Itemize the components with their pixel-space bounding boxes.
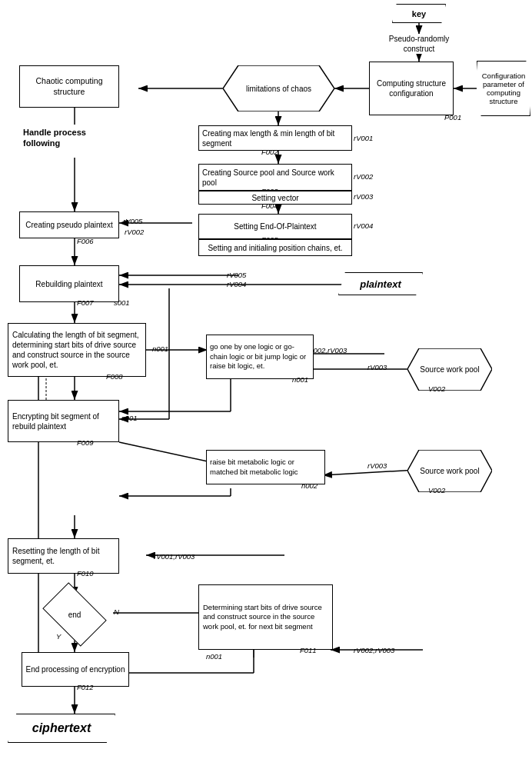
v002a-label: V002: [428, 384, 445, 393]
end-diamond: end: [48, 596, 101, 633]
resetting-box: Resetting the length of bit segment, et.: [8, 538, 119, 574]
key-banner: key: [392, 4, 446, 23]
creating-pseudo-box: Creating pseudo plaintext: [19, 211, 119, 238]
end-processing-box: End processing of encryption: [22, 652, 129, 687]
n002-label: n002: [301, 481, 318, 490]
computing-config-box: Computing structure configuration: [369, 62, 454, 115]
f011-label: F011: [300, 646, 317, 654]
n-label: N: [114, 608, 119, 616]
encrypting-box: Encrypting bit segment of rebuild plaint…: [8, 400, 119, 442]
limitations-hexagon: limitations of chaos: [223, 65, 334, 112]
rv004b-label: rV004: [227, 280, 246, 288]
f009-label: F009: [77, 438, 94, 447]
source-work1-hexagon: Source work pool: [407, 348, 492, 391]
raise-bit-box: raise bit metabolic logic or matched bit…: [206, 450, 325, 484]
calc-length-box: Calculating the length of bit segment, d…: [8, 323, 146, 377]
f012-label: F012: [77, 683, 94, 691]
handle-process-label: Handle process following: [19, 125, 119, 158]
setting-init-box: Setting and initialing position chains, …: [198, 239, 352, 256]
rv002-arrow-label: rV002: [125, 228, 144, 236]
rv003a-label: rV003: [354, 192, 373, 201]
f010-label: F010: [77, 569, 94, 578]
rv004a-label: rV004: [354, 221, 373, 230]
flowchart-diagram: key Pseudo-randomly construct Configurat…: [0, 0, 532, 769]
determining-box: Determining start bits of drive source a…: [198, 584, 333, 650]
f007-label: F007: [77, 298, 94, 307]
f008-label: F008: [106, 372, 123, 381]
source-work2-hexagon: Source work pool: [407, 450, 492, 492]
plaintext-banner: plaintext: [338, 272, 423, 295]
ciphertext-banner: ciphertext: [8, 714, 115, 743]
config-param-banner: Configuration parameter of computing str…: [477, 61, 530, 116]
rv003b-label: rV003: [367, 363, 387, 371]
svg-line-27: [119, 442, 208, 461]
f006-label: F006: [77, 237, 94, 245]
rv002a-label: rV002: [354, 172, 373, 181]
n001a-label: n001: [152, 345, 168, 353]
pseudo-randomly-label: Pseudo-randomly construct: [377, 34, 461, 54]
chaotic-box: Chaotic computing structure: [19, 65, 119, 108]
n001b-label: n001: [292, 375, 308, 384]
rebuilding-box: Rebuilding plaintext: [19, 265, 119, 302]
go-one-box: go one by one logic or go-chain logic or…: [206, 335, 314, 379]
v002b-label: V002: [428, 486, 445, 494]
rv1v3-label: rV001,rV003: [154, 552, 195, 561]
rv001-label: rV001: [354, 134, 373, 142]
p001-label: P001: [444, 113, 461, 122]
f004-label: F004: [261, 201, 278, 210]
s001b-label: s001: [121, 414, 138, 422]
f002-label: F002: [261, 148, 278, 156]
rv005-label: rV005: [123, 217, 142, 225]
rv005b-label: rV005: [227, 271, 246, 279]
s001a-label: s001: [114, 298, 130, 307]
rv2v3-label: rV002,rV003: [354, 646, 394, 654]
y-label: Y: [56, 632, 61, 641]
n001c-label: n001: [206, 652, 222, 661]
rv003c-label: rV003: [367, 461, 387, 470]
